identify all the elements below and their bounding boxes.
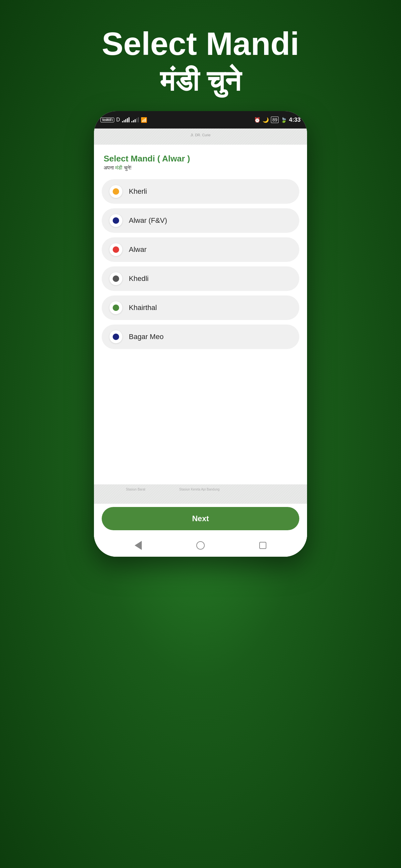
map-street-label: Jl. DR. Curie xyxy=(190,133,211,137)
dot-inner-5 xyxy=(113,334,119,340)
map-bg-bottom: Stasiun Barat Stasiun Kereta Api Bandung xyxy=(94,485,307,504)
mandi-dot-1 xyxy=(110,214,122,227)
mandi-dot-3 xyxy=(110,272,122,285)
dot-inner-2 xyxy=(113,246,119,253)
screen-subtitle: अपना मंडी चुने! xyxy=(104,165,297,171)
header-section: Select Mandi मंडी चुने xyxy=(89,0,312,111)
mandi-dot-2 xyxy=(110,243,122,256)
leaf-icon: 🍃 xyxy=(281,117,287,123)
mandi-list: Kherli Alwar (F&V) Alwar Khedli Khairtha… xyxy=(94,176,307,485)
alarm-icon: ⏰ xyxy=(254,117,260,123)
mandi-item-4[interactable]: Khairthal xyxy=(102,296,299,320)
status-bar: VoWiFi D 📶 ⏰ 🌙 89 🍃 xyxy=(94,111,307,128)
mandi-dot-5 xyxy=(110,330,122,343)
mandi-name-5: Bagar Meo xyxy=(129,333,164,341)
dot-inner-4 xyxy=(113,305,119,311)
home-button[interactable] xyxy=(196,540,205,550)
signal-bars-1 xyxy=(122,117,129,122)
map-bottom-label2: Stasiun Kereta Api Bandung xyxy=(179,488,220,491)
next-button-container: Next xyxy=(94,504,307,534)
navigation-bar xyxy=(94,534,307,557)
map-bottom-label1: Stasiun Barat xyxy=(126,488,145,491)
title-static: Select xyxy=(104,154,128,163)
mandi-name-2: Alwar xyxy=(129,245,147,254)
map-bg-top: Jl. DR. Curie xyxy=(94,128,307,145)
content-header: Select Mandi ( Alwar ) अपना मंडी चुने! xyxy=(94,145,307,176)
signal-bars-2 xyxy=(131,117,139,122)
wifi-icon: 📶 xyxy=(141,117,147,123)
dot-inner-0 xyxy=(113,188,119,195)
mandi-name-4: Khairthal xyxy=(129,304,157,312)
header-subtitle: मंडी चुने xyxy=(102,65,299,98)
vowifi-badge: VoWiFi xyxy=(100,118,114,122)
mandi-dot-4 xyxy=(110,301,122,314)
mandi-item-1[interactable]: Alwar (F&V) xyxy=(102,208,299,233)
header-title: Select Mandi xyxy=(102,26,299,61)
mandi-item-3[interactable]: Khedli xyxy=(102,267,299,291)
status-left: VoWiFi D 📶 xyxy=(100,117,147,123)
recents-button[interactable] xyxy=(258,540,268,550)
mandi-name-3: Khedli xyxy=(129,275,149,283)
status-right: ⏰ 🌙 89 🍃 4:33 xyxy=(254,117,301,123)
dot-inner-1 xyxy=(113,217,119,224)
time-display: 4:33 xyxy=(289,117,301,123)
mandi-item-2[interactable]: Alwar xyxy=(102,237,299,262)
dot-inner-3 xyxy=(113,275,119,282)
mandi-item-5[interactable]: Bagar Meo xyxy=(102,324,299,349)
mandi-name-1: Alwar (F&V) xyxy=(129,216,167,225)
phone-frame: VoWiFi D 📶 ⏰ 🌙 89 🍃 xyxy=(94,111,307,557)
phone-content: Select Mandi ( Alwar ) अपना मंडी चुने! K… xyxy=(94,145,307,557)
mandi-name-0: Kherli xyxy=(129,187,147,196)
mandi-item-0[interactable]: Kherli xyxy=(102,179,299,204)
moon-icon: 🌙 xyxy=(263,117,269,123)
screen-title: Select Mandi ( Alwar ) xyxy=(104,154,297,164)
back-button[interactable] xyxy=(133,540,143,550)
title-green: Mandi ( Alwar ) xyxy=(131,154,190,163)
next-button[interactable]: Next xyxy=(102,507,299,530)
d-indicator: D xyxy=(116,117,120,123)
mandi-dot-0 xyxy=(110,185,122,198)
battery-percent: 89 xyxy=(271,117,279,123)
